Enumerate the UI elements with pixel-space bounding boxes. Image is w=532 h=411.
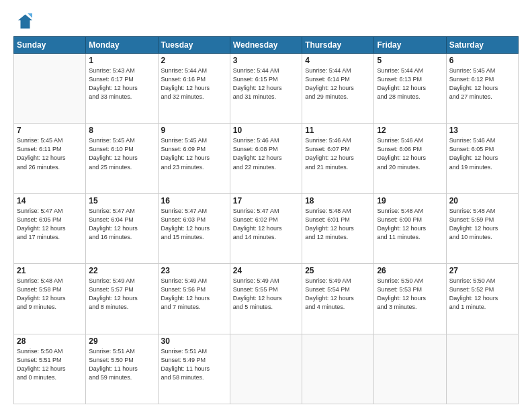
day-number: 1 xyxy=(89,56,154,65)
day-info: Sunrise: 5:45 AM Sunset: 6:12 PM Dayligh… xyxy=(449,66,515,101)
calendar-cell xyxy=(446,334,518,404)
calendar-day-header: Wednesday xyxy=(230,37,302,54)
day-number: 3 xyxy=(233,56,299,65)
day-number: 13 xyxy=(449,126,515,135)
calendar-cell: 23Sunrise: 5:49 AM Sunset: 5:56 PM Dayli… xyxy=(158,264,230,334)
day-info: Sunrise: 5:49 AM Sunset: 5:55 PM Dayligh… xyxy=(233,277,299,312)
day-info: Sunrise: 5:43 AM Sunset: 6:17 PM Dayligh… xyxy=(89,66,154,101)
calendar-cell: 25Sunrise: 5:49 AM Sunset: 5:54 PM Dayli… xyxy=(302,264,374,334)
calendar-cell: 14Sunrise: 5:47 AM Sunset: 6:05 PM Dayli… xyxy=(14,193,86,263)
calendar-cell: 18Sunrise: 5:48 AM Sunset: 6:01 PM Dayli… xyxy=(302,193,374,263)
day-number: 11 xyxy=(305,126,371,135)
calendar-day-header: Tuesday xyxy=(158,37,230,54)
calendar-day-header: Sunday xyxy=(14,37,86,54)
day-number: 20 xyxy=(449,196,515,205)
calendar-cell: 22Sunrise: 5:49 AM Sunset: 5:57 PM Dayli… xyxy=(86,264,158,334)
day-number: 4 xyxy=(305,56,371,65)
day-info: Sunrise: 5:49 AM Sunset: 5:54 PM Dayligh… xyxy=(305,277,371,312)
day-info: Sunrise: 5:48 AM Sunset: 6:01 PM Dayligh… xyxy=(305,207,371,242)
day-number: 15 xyxy=(89,196,154,205)
day-number: 8 xyxy=(89,126,154,135)
day-info: Sunrise: 5:44 AM Sunset: 6:16 PM Dayligh… xyxy=(161,66,227,101)
day-number: 2 xyxy=(161,56,227,65)
calendar-cell: 3Sunrise: 5:44 AM Sunset: 6:15 PM Daylig… xyxy=(230,54,302,124)
calendar-week-row: 1Sunrise: 5:43 AM Sunset: 6:17 PM Daylig… xyxy=(14,54,519,124)
calendar-cell: 13Sunrise: 5:46 AM Sunset: 6:05 PM Dayli… xyxy=(446,124,518,193)
calendar-cell: 27Sunrise: 5:50 AM Sunset: 5:52 PM Dayli… xyxy=(446,264,518,334)
calendar-cell: 29Sunrise: 5:51 AM Sunset: 5:50 PM Dayli… xyxy=(86,334,158,404)
calendar-cell: 4Sunrise: 5:44 AM Sunset: 6:14 PM Daylig… xyxy=(302,54,374,124)
calendar-table: SundayMondayTuesdayWednesdayThursdayFrid… xyxy=(13,36,519,404)
calendar-cell: 24Sunrise: 5:49 AM Sunset: 5:55 PM Dayli… xyxy=(230,264,302,334)
day-number: 23 xyxy=(161,266,227,275)
day-number: 5 xyxy=(377,56,443,65)
calendar-cell: 20Sunrise: 5:48 AM Sunset: 5:59 PM Dayli… xyxy=(446,193,518,263)
day-number: 16 xyxy=(161,196,227,205)
day-info: Sunrise: 5:47 AM Sunset: 6:03 PM Dayligh… xyxy=(161,207,227,242)
calendar-cell xyxy=(230,334,302,404)
calendar-cell: 2Sunrise: 5:44 AM Sunset: 6:16 PM Daylig… xyxy=(158,54,230,124)
day-info: Sunrise: 5:46 AM Sunset: 6:05 PM Dayligh… xyxy=(449,136,515,171)
day-info: Sunrise: 5:48 AM Sunset: 5:58 PM Dayligh… xyxy=(17,277,83,312)
day-info: Sunrise: 5:48 AM Sunset: 5:59 PM Dayligh… xyxy=(449,207,515,242)
calendar-week-row: 14Sunrise: 5:47 AM Sunset: 6:05 PM Dayli… xyxy=(14,193,519,263)
day-info: Sunrise: 5:47 AM Sunset: 6:02 PM Dayligh… xyxy=(233,207,299,242)
day-number: 24 xyxy=(233,266,299,275)
calendar-day-header: Monday xyxy=(86,37,158,54)
day-number: 14 xyxy=(17,196,83,205)
day-info: Sunrise: 5:50 AM Sunset: 5:53 PM Dayligh… xyxy=(377,277,443,312)
calendar-body: 1Sunrise: 5:43 AM Sunset: 6:17 PM Daylig… xyxy=(14,54,519,404)
day-info: Sunrise: 5:45 AM Sunset: 6:10 PM Dayligh… xyxy=(89,136,154,171)
calendar-cell: 19Sunrise: 5:48 AM Sunset: 6:00 PM Dayli… xyxy=(374,193,446,263)
header xyxy=(13,12,519,31)
calendar-cell: 21Sunrise: 5:48 AM Sunset: 5:58 PM Dayli… xyxy=(14,264,86,334)
calendar-cell: 9Sunrise: 5:45 AM Sunset: 6:09 PM Daylig… xyxy=(158,124,230,193)
logo xyxy=(13,12,35,31)
day-info: Sunrise: 5:46 AM Sunset: 6:06 PM Dayligh… xyxy=(377,136,443,171)
page: SundayMondayTuesdayWednesdayThursdayFrid… xyxy=(0,0,532,411)
calendar-cell xyxy=(302,334,374,404)
day-number: 26 xyxy=(377,266,443,275)
calendar-cell: 15Sunrise: 5:47 AM Sunset: 6:04 PM Dayli… xyxy=(86,193,158,263)
calendar-week-row: 28Sunrise: 5:50 AM Sunset: 5:51 PM Dayli… xyxy=(14,334,519,404)
calendar-cell: 1Sunrise: 5:43 AM Sunset: 6:17 PM Daylig… xyxy=(86,54,158,124)
day-number: 22 xyxy=(89,266,154,275)
day-info: Sunrise: 5:47 AM Sunset: 6:04 PM Dayligh… xyxy=(89,207,154,242)
calendar-day-header: Saturday xyxy=(446,37,518,54)
day-info: Sunrise: 5:46 AM Sunset: 6:08 PM Dayligh… xyxy=(233,136,299,171)
calendar-cell xyxy=(14,54,86,124)
calendar-day-header: Thursday xyxy=(302,37,374,54)
calendar-cell: 10Sunrise: 5:46 AM Sunset: 6:08 PM Dayli… xyxy=(230,124,302,193)
day-info: Sunrise: 5:49 AM Sunset: 5:56 PM Dayligh… xyxy=(161,277,227,312)
calendar-cell: 17Sunrise: 5:47 AM Sunset: 6:02 PM Dayli… xyxy=(230,193,302,263)
day-number: 30 xyxy=(161,336,227,346)
day-number: 19 xyxy=(377,196,443,205)
day-number: 7 xyxy=(17,126,83,135)
day-info: Sunrise: 5:51 AM Sunset: 5:49 PM Dayligh… xyxy=(161,347,227,382)
calendar-day-header: Friday xyxy=(374,37,446,54)
day-info: Sunrise: 5:49 AM Sunset: 5:57 PM Dayligh… xyxy=(89,277,154,312)
day-number: 17 xyxy=(233,196,299,205)
day-info: Sunrise: 5:48 AM Sunset: 6:00 PM Dayligh… xyxy=(377,207,443,242)
day-number: 29 xyxy=(89,336,154,346)
day-number: 12 xyxy=(377,126,443,135)
logo-icon xyxy=(13,12,32,31)
calendar-cell: 30Sunrise: 5:51 AM Sunset: 5:49 PM Dayli… xyxy=(158,334,230,404)
day-number: 6 xyxy=(449,56,515,65)
day-number: 9 xyxy=(161,126,227,135)
day-info: Sunrise: 5:50 AM Sunset: 5:51 PM Dayligh… xyxy=(17,347,83,382)
calendar-cell: 5Sunrise: 5:44 AM Sunset: 6:13 PM Daylig… xyxy=(374,54,446,124)
day-number: 18 xyxy=(305,196,371,205)
calendar-week-row: 21Sunrise: 5:48 AM Sunset: 5:58 PM Dayli… xyxy=(14,264,519,334)
calendar-cell: 26Sunrise: 5:50 AM Sunset: 5:53 PM Dayli… xyxy=(374,264,446,334)
calendar-cell: 16Sunrise: 5:47 AM Sunset: 6:03 PM Dayli… xyxy=(158,193,230,263)
day-number: 27 xyxy=(449,266,515,275)
day-info: Sunrise: 5:44 AM Sunset: 6:15 PM Dayligh… xyxy=(233,66,299,101)
day-number: 21 xyxy=(17,266,83,275)
day-info: Sunrise: 5:47 AM Sunset: 6:05 PM Dayligh… xyxy=(17,207,83,242)
day-info: Sunrise: 5:45 AM Sunset: 6:11 PM Dayligh… xyxy=(17,136,83,171)
day-info: Sunrise: 5:45 AM Sunset: 6:09 PM Dayligh… xyxy=(161,136,227,171)
day-info: Sunrise: 5:44 AM Sunset: 6:14 PM Dayligh… xyxy=(305,66,371,101)
day-number: 25 xyxy=(305,266,371,275)
calendar-cell: 11Sunrise: 5:46 AM Sunset: 6:07 PM Dayli… xyxy=(302,124,374,193)
